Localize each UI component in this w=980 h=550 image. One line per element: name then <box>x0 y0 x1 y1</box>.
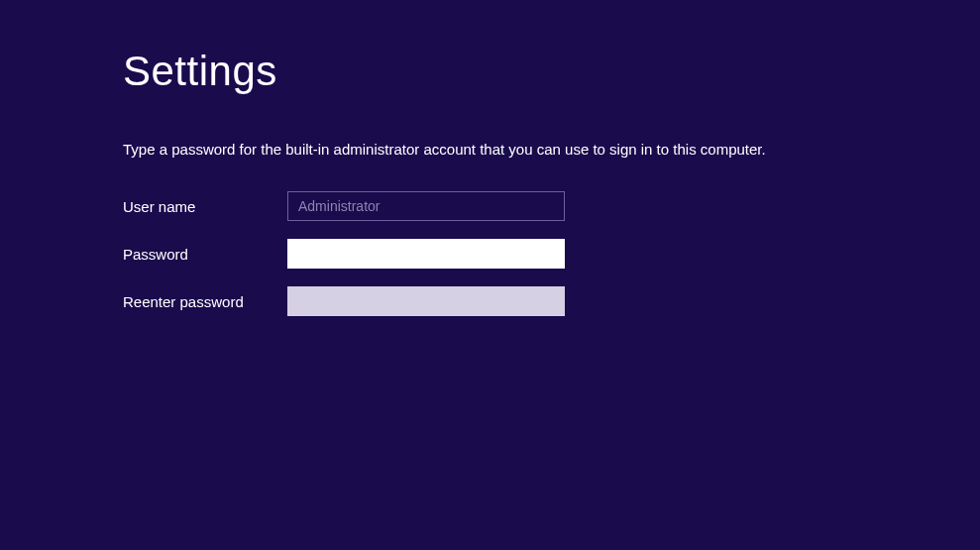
password-field[interactable] <box>287 239 565 269</box>
instruction-text: Type a password for the built-in adminis… <box>123 141 980 158</box>
username-row: User name <box>123 191 980 221</box>
reenter-password-label: Reenter password <box>123 293 287 310</box>
password-label: Password <box>123 246 287 263</box>
username-label: User name <box>123 198 287 215</box>
settings-container: Settings Type a password for the built-i… <box>0 0 980 316</box>
reenter-password-field[interactable] <box>287 286 565 316</box>
username-field <box>287 191 565 221</box>
reenter-password-row: Reenter password <box>123 286 980 316</box>
page-title: Settings <box>123 48 980 95</box>
password-row: Password <box>123 239 980 269</box>
